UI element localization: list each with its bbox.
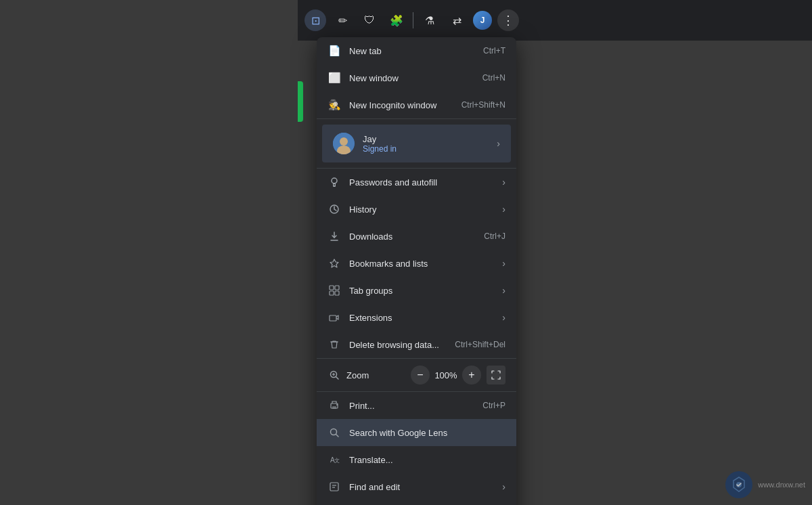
find-edit-item[interactable]: Find and edit › (317, 473, 516, 500)
zoom-fullscreen-button[interactable] (487, 366, 505, 385)
watermark-icon (725, 471, 752, 498)
downloads-label: Downloads (349, 232, 476, 242)
extensions-label: Extensions (349, 313, 491, 323)
delete-browsing-item[interactable]: Delete browsing data... Ctrl+Shift+Del (317, 331, 516, 358)
delete-browsing-label: Delete browsing data... (349, 340, 447, 350)
new-window-icon: ⬜ (328, 71, 341, 85)
flask-toolbar-icon[interactable]: ⚗ (419, 9, 441, 31)
watermark: www.dnxw.net (725, 471, 805, 498)
passwords-label: Passwords and autofill (349, 177, 491, 188)
svg-point-20 (336, 404, 338, 405)
zoom-plus-button[interactable]: + (462, 366, 481, 385)
downloads-item[interactable]: Downloads Ctrl+J (317, 223, 516, 250)
zoom-control: Zoom − 100% + (317, 359, 516, 391)
new-incognito-item[interactable]: 🕵 New Incognito window Ctrl+Shift+N (317, 91, 516, 118)
svg-rect-13 (330, 315, 336, 321)
svg-rect-11 (330, 291, 334, 295)
svg-marker-8 (330, 259, 338, 267)
passwords-icon (328, 175, 341, 189)
translate-toolbar-icon[interactable]: ⇄ (446, 9, 468, 31)
bookmarks-item[interactable]: Bookmarks and lists › (317, 250, 516, 277)
zoom-label: Zoom (346, 370, 405, 380)
browser-toolbar: ⊡ ✏ 🛡 🧩 ⚗ ⇄ J ⋮ (298, 0, 812, 41)
cast-save-item[interactable]: Cast, save, and share › (317, 500, 516, 505)
print-shortcut: Ctrl+P (482, 401, 505, 410)
bookmarks-icon (328, 257, 341, 270)
translate-icon: A文 (328, 453, 341, 466)
toolbar-separator (413, 12, 413, 28)
watermark-text: www.dnxw.net (758, 481, 805, 489)
new-tab-item[interactable]: 📄 New tab Ctrl+T (317, 37, 516, 64)
profile-name: Jay (363, 134, 489, 144)
svg-rect-19 (332, 406, 336, 409)
search-lens-icon (328, 426, 341, 439)
new-tab-shortcut: Ctrl+T (483, 46, 505, 56)
profile-item[interactable]: Jay Signed in › (322, 125, 511, 162)
zoom-minus-button[interactable]: − (411, 366, 430, 385)
passwords-item[interactable]: Passwords and autofill › (317, 169, 516, 196)
green-accent-bar (298, 81, 303, 122)
tab-groups-icon (328, 284, 341, 297)
menu-section-profile: Jay Signed in › (317, 119, 516, 169)
profile-avatar-toolbar[interactable]: J (473, 11, 492, 30)
history-label: History (349, 204, 491, 215)
menu-section-new: 📄 New tab Ctrl+T ⬜ New window Ctrl+N 🕵 N… (317, 37, 516, 119)
new-window-shortcut: Ctrl+N (482, 73, 505, 83)
svg-line-22 (336, 435, 339, 437)
extensions-item[interactable]: Extensions › (317, 304, 516, 331)
zoom-value: 100% (432, 370, 459, 380)
search-lens-item[interactable]: Search with Google Lens (317, 419, 516, 446)
svg-point-5 (334, 184, 335, 185)
svg-rect-10 (335, 286, 339, 290)
passwords-arrow-icon: › (502, 177, 505, 188)
delete-browsing-shortcut: Ctrl+Shift+Del (455, 340, 505, 349)
extensions-arrow-icon: › (502, 312, 505, 323)
new-incognito-label: New Incognito window (349, 100, 453, 110)
find-edit-label: Find and edit (349, 482, 491, 492)
new-tab-label: New tab (349, 46, 475, 56)
tab-groups-label: Tab groups (349, 286, 491, 296)
menu-section-zoom: Zoom − 100% + (317, 359, 516, 392)
delete-browsing-icon (328, 338, 341, 351)
zoom-icon (328, 368, 341, 382)
zoom-controls: − 100% + (411, 366, 505, 385)
menu-section-tools: Print... Ctrl+P Search with Google Lens … (317, 392, 516, 505)
translate-label: Translate... (349, 455, 505, 465)
history-arrow-icon: › (502, 204, 505, 215)
history-item[interactable]: History › (317, 196, 516, 223)
history-icon (328, 202, 341, 216)
profile-status: Signed in (363, 144, 489, 154)
profile-avatar (333, 133, 355, 154)
menu-button[interactable]: ⋮ (497, 9, 519, 31)
extension-toolbar-icon[interactable]: 🧩 (386, 9, 407, 31)
translate-item[interactable]: A文 Translate... (317, 446, 516, 473)
profile-arrow-icon: › (497, 138, 500, 149)
find-edit-arrow-icon: › (502, 481, 505, 492)
svg-point-1 (340, 137, 348, 146)
svg-rect-9 (330, 286, 334, 290)
avatar-image (333, 133, 355, 154)
incognito-icon: 🕵 (328, 98, 341, 112)
print-item[interactable]: Print... Ctrl+P (317, 392, 516, 419)
svg-point-3 (332, 178, 337, 183)
new-window-label: New window (349, 73, 474, 83)
profile-info: Jay Signed in (363, 134, 489, 154)
menu-section-nav: Passwords and autofill › History › Downl… (317, 169, 516, 359)
downloads-icon (328, 229, 341, 243)
extensions-icon (328, 311, 341, 324)
chrome-menu-dropdown: 📄 New tab Ctrl+T ⬜ New window Ctrl+N 🕵 N… (317, 37, 516, 505)
edit-toolbar-icon[interactable]: ✏ (332, 9, 353, 31)
tab-groups-item[interactable]: Tab groups › (317, 277, 516, 304)
new-window-item[interactable]: ⬜ New window Ctrl+N (317, 64, 516, 91)
cast-toolbar-icon[interactable]: ⊡ (304, 9, 326, 31)
new-tab-icon: 📄 (328, 44, 341, 58)
bookmarks-arrow-icon: › (502, 258, 505, 269)
print-icon (328, 399, 341, 412)
downloads-shortcut: Ctrl+J (484, 232, 505, 241)
print-label: Print... (349, 401, 474, 411)
search-lens-label: Search with Google Lens (349, 428, 505, 438)
bookmarks-label: Bookmarks and lists (349, 259, 491, 269)
svg-rect-25 (330, 483, 338, 491)
shield-toolbar-icon[interactable]: 🛡 (359, 9, 380, 31)
svg-rect-12 (335, 291, 339, 295)
